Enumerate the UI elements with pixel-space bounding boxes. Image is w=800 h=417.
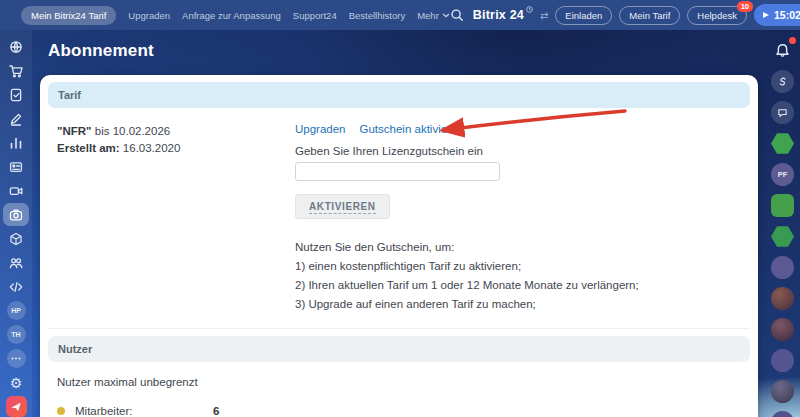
sign-icon[interactable] xyxy=(3,107,29,130)
avatar-hexagon-2[interactable] xyxy=(771,225,794,248)
nutzer-section-header: Nutzer xyxy=(48,336,750,362)
tab-upgraden[interactable]: Upgraden xyxy=(128,10,170,21)
usage-item-1: 1) einen kostenpflichtigen Tarif zu akti… xyxy=(295,257,749,276)
tab-mein-bitrix24-tarif[interactable]: Mein Bitrix24 Tarif xyxy=(21,6,116,25)
mitarbeiter-label: Mitarbeiter: xyxy=(75,405,195,417)
tab-support24[interactable]: Support24 xyxy=(293,10,337,21)
play-icon xyxy=(763,12,769,18)
mitarbeiter-value: 6 xyxy=(213,405,219,417)
section-divider xyxy=(48,328,750,329)
assistant-icon[interactable] xyxy=(771,70,794,93)
tab-mehr[interactable]: Mehr xyxy=(417,10,450,21)
work-timer[interactable]: 15:02 xyxy=(754,4,800,26)
tab-anfrage-zur-anpassung[interactable]: Anfrage zur Anpassung xyxy=(182,10,281,21)
einladen-button[interactable]: Einladen xyxy=(555,6,612,25)
voucher-usage-text: Nutzen Sie den Gutschein, um: 1) einen k… xyxy=(295,238,749,314)
nutzer-section-body: Nutzer maximal unbegrenzt Mitarbeiter: 6… xyxy=(40,362,758,417)
bitrix24-logo[interactable]: Bitrix 24 xyxy=(473,8,533,22)
tarif-links: Upgraden Gutschein aktivieren xyxy=(295,123,749,135)
avatar-photo-1[interactable] xyxy=(771,287,794,310)
avatar-photo-2[interactable] xyxy=(771,318,794,341)
sites-icon[interactable] xyxy=(3,35,29,58)
avatar-circle-2[interactable] xyxy=(771,349,794,372)
chevron-down-icon xyxy=(442,13,450,18)
avatar-circle-1[interactable] xyxy=(771,256,794,279)
search-icon[interactable] xyxy=(450,8,464,22)
helpdesk-button[interactable]: Helpdesk 10 xyxy=(687,6,747,25)
main-nav: Mein Bitrix24 Tarif Upgraden Anfrage zur… xyxy=(21,6,450,25)
topbar-right: Bitrix 24 ⇄ Einladen Mein Tarif Helpdesk… xyxy=(450,4,800,26)
aktivieren-button[interactable]: AKTIVIEREN xyxy=(295,194,390,219)
market-icon[interactable] xyxy=(3,395,29,417)
banner-icon[interactable] xyxy=(3,155,29,178)
avatar-hexagon-1[interactable] xyxy=(771,132,794,155)
avatar-square-1[interactable] xyxy=(771,194,794,217)
page-title: Abonnement xyxy=(48,41,154,61)
video-icon[interactable] xyxy=(3,179,29,202)
top-navigation-bar: Mein Bitrix24 Tarif Upgraden Anfrage zur… xyxy=(0,0,800,30)
tarif-section-header: Tarif xyxy=(48,82,750,108)
clock-icon xyxy=(526,6,533,13)
notifications-bell-icon[interactable] xyxy=(771,39,794,62)
people-icon[interactable] xyxy=(3,251,29,274)
chart-icon[interactable] xyxy=(3,131,29,154)
tarif-section-body: "NFR" bis 10.02.2026 Erstellt am: 16.03.… xyxy=(40,108,758,314)
usage-intro: Nutzen Sie den Gutschein, um: xyxy=(295,238,749,257)
tasks-icon[interactable] xyxy=(3,83,29,106)
tab-bestellhistory[interactable]: Bestellhistory xyxy=(349,10,406,21)
switch-portal-icon[interactable]: ⇄ xyxy=(540,10,548,21)
timer-value: 15:02 xyxy=(774,9,800,21)
more-users-avatar[interactable] xyxy=(3,347,29,370)
cube-icon[interactable] xyxy=(3,227,29,250)
code-icon[interactable] xyxy=(3,275,29,298)
plan-name: "NFR" xyxy=(57,125,92,137)
created-line: Erstellt am: 16.03.2020 xyxy=(57,140,295,157)
avatar-pf[interactable]: PF xyxy=(771,163,794,186)
yellow-dot xyxy=(57,407,65,415)
avatar-circle-3[interactable] xyxy=(771,411,794,417)
settings-gear-icon[interactable]: ⚙ xyxy=(3,371,29,394)
nutzer-max-text: Nutzer maximal unbegrenzt xyxy=(57,376,741,388)
helpdesk-label: Helpdesk xyxy=(697,10,737,21)
camera-icon-active[interactable] xyxy=(3,203,29,226)
tab-mehr-label: Mehr xyxy=(417,10,439,21)
hp-avatar[interactable]: HP xyxy=(3,299,29,322)
usage-item-3: 3) Upgrade auf einen anderen Tarif zu ma… xyxy=(295,295,749,314)
plan-line: "NFR" bis 10.02.2026 xyxy=(57,123,295,140)
helpdesk-badge: 10 xyxy=(737,1,753,12)
usage-item-2: 2) Ihren aktuellen Tarif um 1 oder 12 Mo… xyxy=(295,276,749,295)
nutzer-row-mitarbeiter: Mitarbeiter: 6 xyxy=(57,405,741,417)
upgraden-link[interactable]: Upgraden xyxy=(295,123,346,135)
right-sidebar: PF xyxy=(765,30,800,417)
th-avatar-label: TH xyxy=(7,325,26,344)
voucher-area: Upgraden Gutschein aktivieren Geben Sie … xyxy=(295,123,749,314)
gutschein-aktivieren-link[interactable]: Gutschein aktivieren xyxy=(360,123,464,135)
plan-until: bis 10.02.2026 xyxy=(95,125,170,137)
plan-info: "NFR" bis 10.02.2026 Erstellt am: 16.03.… xyxy=(57,123,295,314)
created-label: Erstellt am: xyxy=(57,142,120,154)
th-avatar[interactable]: TH xyxy=(3,323,29,346)
notification-dot xyxy=(789,37,796,44)
bitrix24-logo-text: Bitrix 24 xyxy=(473,8,524,22)
avatar-pf-label: PF xyxy=(778,170,788,179)
voucher-input[interactable] xyxy=(295,162,500,181)
hp-avatar-label: HP xyxy=(7,301,26,320)
cart-icon[interactable] xyxy=(3,59,29,82)
aktivieren-button-label: AKTIVIEREN xyxy=(309,201,376,214)
chat-icon[interactable] xyxy=(771,101,794,124)
created-value: 16.03.2020 xyxy=(123,142,181,154)
mein-tarif-button[interactable]: Mein Tarif xyxy=(619,6,680,25)
subscription-card: Tarif "NFR" bis 10.02.2026 Erstellt am: … xyxy=(40,75,758,417)
voucher-label: Geben Sie Ihren Lizenzgutschein ein xyxy=(295,145,749,157)
avatar-photo-3[interactable] xyxy=(771,380,794,403)
left-sidebar: HP TH ⚙ xyxy=(0,30,32,417)
